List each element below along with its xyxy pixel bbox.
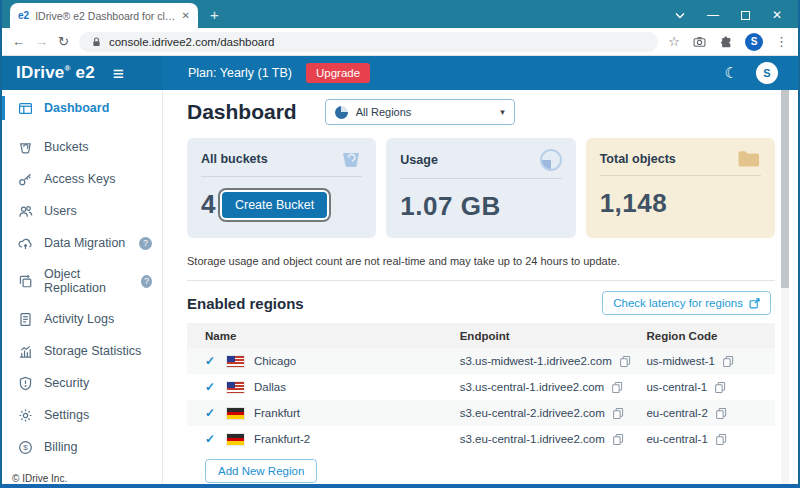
scrollbar-thumb[interactable] bbox=[781, 90, 789, 288]
browser-toolbar: ← → ↻ console.idrivee2.com/dashboard ☆ S… bbox=[2, 28, 798, 56]
minimize-button[interactable]: — bbox=[707, 10, 719, 20]
globe-icon bbox=[335, 106, 348, 119]
copy-icon[interactable] bbox=[619, 355, 631, 368]
endpoint-text: s3.eu-central-2.idrivee2.com bbox=[460, 407, 605, 419]
document-icon bbox=[17, 311, 33, 327]
sidebar-item-buckets[interactable]: Buckets bbox=[2, 131, 162, 163]
dark-mode-moon-icon[interactable]: ☾ bbox=[725, 64, 738, 82]
copyright-text: © IDrive Inc. bbox=[2, 463, 162, 488]
sidebar-item-label: Settings bbox=[44, 408, 89, 422]
page-title: Dashboard bbox=[187, 100, 297, 124]
card-title: All buckets bbox=[201, 152, 268, 166]
tab-search-chevron-icon[interactable] bbox=[675, 12, 685, 19]
plan-label: Plan: Yearly (1 TB) bbox=[188, 66, 292, 80]
sidebar-item-label: Billing bbox=[44, 440, 77, 454]
account-avatar[interactable]: S bbox=[756, 62, 778, 84]
sidebar-item-users[interactable]: Users bbox=[2, 195, 162, 227]
users-icon bbox=[17, 203, 33, 219]
check-icon: ✓ bbox=[205, 354, 217, 368]
add-new-region-button[interactable]: Add New Region bbox=[205, 459, 317, 483]
gear-icon bbox=[17, 407, 33, 423]
sidebar-item-label: Security bbox=[44, 376, 89, 390]
upgrade-button[interactable]: Upgrade bbox=[306, 63, 370, 83]
region-name: Frankfurt-2 bbox=[254, 433, 310, 445]
copy-icon[interactable] bbox=[715, 433, 727, 446]
column-header-endpoint: Endpoint bbox=[460, 330, 647, 342]
endpoint-text: s3.us-central-1.idrivee2.com bbox=[460, 381, 604, 393]
browser-profile-avatar[interactable]: S bbox=[745, 33, 763, 51]
chevron-down-icon: ▾ bbox=[500, 107, 505, 117]
app-logo: IDrive® e2 ≡ bbox=[2, 56, 162, 90]
bucket-icon bbox=[17, 139, 33, 155]
endpoint-text: s3.eu-central-1.idrivee2.com bbox=[460, 433, 605, 445]
reload-icon[interactable]: ↻ bbox=[58, 34, 69, 49]
sidebar: Dashboard Buckets Access Keys Users bbox=[2, 90, 163, 484]
browser-menu-icon[interactable]: ⋮ bbox=[775, 34, 788, 49]
all-buckets-card: All buckets 4 Create Bucket bbox=[187, 138, 376, 238]
enabled-regions-heading: Enabled regions bbox=[187, 295, 304, 312]
sidebar-item-label: Access Keys bbox=[44, 172, 116, 186]
sidebar-item-dashboard[interactable]: Dashboard bbox=[2, 92, 162, 124]
table-header-row: Name Endpoint Region Code bbox=[187, 323, 775, 348]
sidebar-item-access-keys[interactable]: Access Keys bbox=[2, 163, 162, 195]
lock-icon[interactable] bbox=[91, 36, 102, 48]
region-code: eu-central-2 bbox=[646, 407, 707, 419]
copy-icon[interactable] bbox=[722, 355, 734, 368]
usage-card: Usage 1.07 GB bbox=[386, 138, 575, 238]
tab-close-icon[interactable]: ✕ bbox=[182, 10, 190, 21]
browser-tab[interactable]: e2 IDrive® e2 Dashboard for cloud ✕ bbox=[10, 3, 198, 28]
sidebar-item-security[interactable]: Security bbox=[2, 367, 162, 399]
sidebar-item-billing[interactable]: $ Billing bbox=[2, 431, 162, 463]
us-flag-icon bbox=[227, 382, 244, 393]
main-content: Dashboard All Regions ▾ All buckets bbox=[163, 90, 777, 484]
region-name: Dallas bbox=[254, 381, 286, 393]
copy-icon[interactable] bbox=[612, 407, 624, 420]
key-icon bbox=[17, 171, 33, 187]
maximize-button[interactable] bbox=[741, 11, 750, 20]
column-header-name: Name bbox=[205, 330, 460, 342]
tab-title: IDrive® e2 Dashboard for cloud bbox=[35, 10, 175, 22]
page-scrollbar[interactable] bbox=[781, 90, 789, 484]
total-objects-card: Total objects 1,148 bbox=[586, 138, 775, 238]
sidebar-item-storage-statistics[interactable]: Storage Statistics bbox=[2, 335, 162, 367]
check-icon: ✓ bbox=[205, 380, 217, 394]
endpoint-text: s3.us-midwest-1.idrivee2.com bbox=[460, 355, 612, 367]
browser-titlebar: e2 IDrive® e2 Dashboard for cloud ✕ + — … bbox=[2, 0, 798, 28]
card-title: Usage bbox=[400, 153, 438, 167]
sidebar-item-settings[interactable]: Settings bbox=[2, 399, 162, 431]
window-close-button[interactable]: ✕ bbox=[772, 10, 782, 20]
create-bucket-button[interactable]: Create Bucket bbox=[222, 192, 327, 218]
column-header-region-code: Region Code bbox=[646, 330, 771, 342]
cloud-upload-icon bbox=[17, 235, 33, 251]
sidebar-item-object-replication[interactable]: Object Replication ? bbox=[2, 259, 162, 303]
copy-icon[interactable] bbox=[612, 433, 624, 446]
check-icon: ✓ bbox=[205, 432, 217, 446]
extensions-puzzle-icon[interactable] bbox=[719, 35, 733, 49]
bar-chart-icon bbox=[17, 343, 33, 359]
regions-table: Name Endpoint Region Code ✓ Chicago s3.u… bbox=[187, 323, 775, 483]
section-divider bbox=[187, 280, 775, 281]
screenshot-camera-icon[interactable] bbox=[692, 35, 707, 49]
folder-icon bbox=[737, 149, 761, 168]
sidebar-item-data-migration[interactable]: Data Migration ? bbox=[2, 227, 162, 259]
check-latency-button[interactable]: Check latency for regions bbox=[602, 291, 771, 315]
new-tab-button[interactable]: + bbox=[210, 6, 219, 23]
forward-icon[interactable]: → bbox=[35, 34, 48, 49]
help-icon[interactable]: ? bbox=[139, 237, 152, 250]
region-filter-dropdown[interactable]: All Regions ▾ bbox=[325, 99, 515, 125]
help-icon[interactable]: ? bbox=[141, 275, 152, 288]
copy-icon[interactable] bbox=[714, 381, 726, 394]
address-bar[interactable]: console.idrivee2.com/dashboard bbox=[79, 32, 658, 52]
bookmark-star-icon[interactable]: ☆ bbox=[668, 34, 680, 49]
storage-note: Storage usage and object count are not r… bbox=[187, 255, 775, 267]
sidebar-item-label: Dashboard bbox=[44, 101, 109, 115]
copy-icon[interactable] bbox=[715, 407, 727, 420]
table-row: ✓ Dallas s3.us-central-1.idrivee2.com us… bbox=[187, 374, 775, 400]
hamburger-menu-icon[interactable]: ≡ bbox=[113, 64, 124, 83]
svg-text:$: $ bbox=[23, 443, 28, 452]
region-filter-value: All Regions bbox=[356, 106, 412, 118]
usage-value: 1.07 GB bbox=[400, 191, 500, 222]
sidebar-item-activity-logs[interactable]: Activity Logs bbox=[2, 303, 162, 335]
copy-icon[interactable] bbox=[611, 381, 623, 394]
back-icon[interactable]: ← bbox=[12, 34, 25, 49]
